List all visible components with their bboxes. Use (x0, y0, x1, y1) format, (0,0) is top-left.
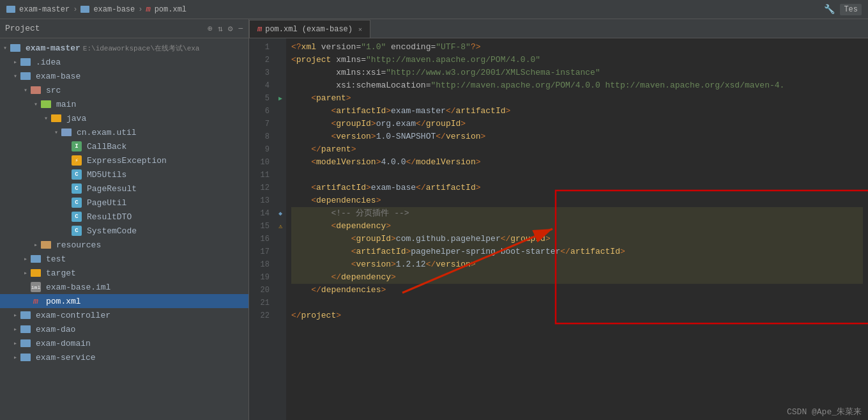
gutter-19 (275, 271, 286, 284)
b2: > (386, 220, 391, 233)
s (291, 271, 331, 284)
tree-label: src (46, 86, 61, 95)
close-icon[interactable]: ✕ (358, 26, 362, 33)
tree-item-pageutil[interactable]: ▸ C PageUtil (0, 196, 248, 210)
code-content[interactable]: <?xml version="1.0" encoding="UTF-8"?> <… (286, 38, 868, 420)
class-icon-4: C (72, 212, 82, 222)
code-line-13: <dependencies> (291, 194, 863, 207)
tree-item-iml[interactable]: ▸ iml exam-base.iml (0, 280, 248, 294)
line-num-7: 7 (249, 118, 270, 130)
tree-item-systemcode[interactable]: ▸ C SystemCode (0, 224, 248, 238)
b: < (351, 258, 356, 271)
b3: </ (446, 105, 456, 118)
package-icon (61, 128, 72, 136)
tree-label-callback: CallBack (87, 142, 126, 152)
s (291, 233, 351, 245)
iml-icon: iml (31, 282, 41, 292)
maven-icon-tab: m (257, 25, 262, 34)
expand-arrow: ▸ (10, 58, 20, 66)
editor-area: m pom.xml (exam-base) ✕ (249, 19, 868, 420)
t: groupId (356, 233, 391, 245)
s (291, 118, 331, 130)
b2: > (391, 271, 396, 284)
b4: > (471, 258, 476, 271)
line-num-12: 12 (249, 182, 270, 194)
tree-item-exam-controller[interactable]: ▸ exam-controller (0, 308, 248, 322)
tree-label: target (46, 268, 76, 278)
folder-icon-target (31, 269, 41, 277)
gutter-15: ⚠ (275, 220, 286, 233)
tree-item-main[interactable]: ▾ main (0, 97, 248, 111)
t: dependencies (321, 284, 381, 297)
gutter-5: ▶ (275, 92, 286, 105)
editor-wrapper: 1 2 3 4 5 6 7 8 9 10 11 12 13 14 15 16 1 (249, 38, 868, 420)
tree-item-exam-domain[interactable]: ▸ exam-domain (0, 336, 248, 350)
b: < (311, 194, 316, 207)
tree-item-callback[interactable]: ▸ I CallBack (0, 139, 248, 153)
tree-item-resources[interactable]: ▸ resources (0, 238, 248, 252)
expand-arrow: ▾ (51, 128, 61, 136)
code-line-9: </parent> (291, 143, 863, 156)
wrench-icon[interactable]: 🔧 (824, 4, 835, 15)
expand-arrow: ▸ (31, 241, 41, 249)
watermark-container: CSDN @Ape_朱菜来 (787, 406, 862, 417)
tree-item-idea[interactable]: ▸ .idea (0, 55, 248, 69)
title-bar: exam-master › exam-base › m pom.xml 🔧 Te… (0, 0, 868, 19)
editor-tab-pom[interactable]: m pom.xml (exam-base) ✕ (249, 20, 370, 38)
line-num-9: 9 (249, 143, 270, 156)
tree-item-pom[interactable]: ▸ m pom.xml (0, 294, 248, 308)
tree-item-exam-base[interactable]: ▾ exam-base (0, 69, 248, 83)
globe-icon[interactable]: ⊕ (208, 24, 213, 34)
tree-item-exam-service[interactable]: ▸ exam-service (0, 350, 248, 364)
tree-item-src[interactable]: ▾ src (0, 83, 248, 97)
tree-label: java (66, 114, 86, 123)
test-btn[interactable]: Tes (840, 4, 862, 15)
s (291, 105, 331, 118)
resources-icon (41, 241, 51, 249)
tree-item-test[interactable]: ▸ test (0, 252, 248, 266)
tree-label: resources (56, 240, 101, 250)
tree-item-md5utils[interactable]: ▸ C MD5Utils (0, 167, 248, 182)
sidebar: Project ⊕ ⇅ ⚙ − ▾ exam-master E:\ideawor… (0, 19, 249, 420)
xml-tag: xml (301, 41, 316, 54)
tree-item-package[interactable]: ▾ cn.exam.util (0, 125, 248, 139)
code-line-21 (291, 297, 863, 309)
xml-attr: version= (316, 41, 361, 54)
gutter-16 (275, 233, 286, 245)
tree-item-expressexception[interactable]: ▸ ⚡ ExpressException (0, 153, 248, 167)
s (291, 258, 351, 271)
minus-icon[interactable]: − (238, 24, 243, 34)
t2: artifactId (570, 245, 620, 258)
b2: > (336, 309, 341, 322)
line-num-21: 21 (249, 297, 270, 309)
tree-item-exam-dao[interactable]: ▸ exam-dao (0, 322, 248, 336)
line-num-6: 6 (249, 105, 270, 118)
interface-icon: I (72, 141, 82, 152)
line-num-15: 15 (249, 220, 270, 233)
main-layout: Project ⊕ ⇅ ⚙ − ▾ exam-master E:\ideawor… (0, 19, 868, 420)
b4: > (620, 245, 625, 258)
b3: </ (406, 156, 416, 169)
b2: > (381, 284, 386, 297)
sort-icon[interactable]: ⇅ (218, 24, 223, 34)
tree-label: test (46, 254, 66, 264)
gutter-6 (275, 105, 286, 118)
tree-label: exam-domain (36, 339, 91, 348)
expand-arrow: ▾ (20, 86, 31, 94)
tree-item-pageresult[interactable]: ▸ C PageResult (0, 182, 248, 196)
gear-icon[interactable]: ⚙ (228, 24, 233, 34)
tree-item-resultdto[interactable]: ▸ C ResultDTO (0, 210, 248, 224)
tree-item-exam-master[interactable]: ▾ exam-master E:\ideaworkspace\在线考试\exa (0, 41, 248, 55)
tree-item-target[interactable]: ▸ target (0, 266, 248, 280)
b4: > (481, 130, 486, 143)
line-num-2: 2 (249, 54, 270, 66)
xml-bracket-2: ?> (471, 41, 481, 54)
t: dependency (341, 271, 391, 284)
b: < (351, 233, 356, 245)
expand-arrow: ▸ (10, 325, 20, 333)
gutter-10 (275, 156, 286, 169)
tree-item-java[interactable]: ▾ java (0, 111, 248, 125)
t2: version (446, 130, 481, 143)
t: groupId (336, 118, 371, 130)
b: < (331, 118, 336, 130)
